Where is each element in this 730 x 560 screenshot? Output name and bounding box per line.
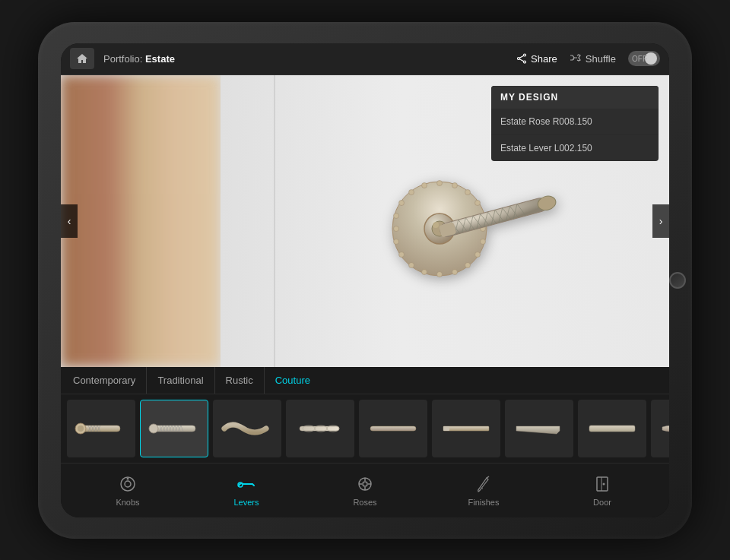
- svg-point-93: [363, 482, 367, 486]
- svg-point-25: [422, 182, 427, 188]
- shuffle-button[interactable]: Shuffle: [570, 53, 616, 65]
- svg-point-7: [452, 182, 458, 188]
- svg-point-18: [409, 262, 414, 267]
- top-bar-right: Share Shuffle OFF: [516, 51, 660, 66]
- thumb-item-4[interactable]: [286, 400, 354, 457]
- category-tabs: Contemporary Traditional Rustic Couture: [61, 367, 669, 394]
- thumb-handle-7: [513, 417, 566, 440]
- svg-line-3: [519, 55, 523, 58]
- svg-point-6: [437, 180, 443, 185]
- nav-roses[interactable]: Roses: [306, 473, 424, 507]
- door-icon: [592, 473, 613, 495]
- thumb-item-8[interactable]: [578, 400, 646, 457]
- top-bar: Portfolio: Estate Share: [61, 43, 669, 75]
- nav-finishes-label: Finishes: [468, 498, 500, 507]
- tablet-device: Portfolio: Estate Share: [38, 22, 692, 539]
- rose-icon: [354, 473, 376, 495]
- svg-point-90: [127, 478, 129, 480]
- thumb-item-9[interactable]: [651, 400, 669, 457]
- shuffle-icon: [570, 54, 582, 63]
- thumb-handle-2: [148, 417, 201, 440]
- share-button[interactable]: Share: [516, 53, 557, 65]
- tab-traditional[interactable]: Traditional: [147, 367, 214, 394]
- nav-levers-label: Levers: [233, 498, 259, 507]
- tab-contemporary[interactable]: Contemporary: [73, 367, 147, 394]
- thumb-item-2[interactable]: [140, 400, 208, 457]
- home-icon: [76, 53, 88, 64]
- svg-point-15: [452, 269, 458, 274]
- svg-line-98: [487, 476, 489, 478]
- nav-finishes[interactable]: Finishes: [424, 473, 543, 507]
- lever-icon: [236, 473, 257, 495]
- thumb-handle-3: [221, 417, 274, 440]
- svg-point-53: [78, 426, 84, 432]
- svg-line-4: [519, 59, 523, 62]
- main-image-area: ‹ › MY DESIGN Estate Rose R008.150 Estat…: [61, 75, 669, 367]
- bottom-nav: Knobs Levers: [61, 463, 669, 517]
- svg-point-12: [481, 239, 486, 244]
- svg-point-19: [399, 252, 405, 257]
- my-design-item-rose[interactable]: Estate Rose R008.150: [491, 109, 659, 135]
- svg-rect-83: [370, 426, 416, 431]
- nav-knobs-label: Knobs: [116, 498, 139, 507]
- svg-rect-79: [300, 426, 339, 431]
- my-design-panel: MY DESIGN Estate Rose R008.150 Estate Le…: [491, 86, 659, 161]
- portfolio-label: Portfolio: Estate: [103, 53, 507, 65]
- finish-icon: [473, 473, 494, 495]
- svg-point-1: [524, 61, 526, 63]
- thumb-handle-6: [440, 417, 493, 440]
- home-button[interactable]: [70, 48, 94, 69]
- my-design-item-lever[interactable]: Estate Lever L002.150: [491, 135, 659, 161]
- svg-point-24: [409, 189, 414, 195]
- knob-icon: [117, 473, 138, 495]
- svg-point-101: [603, 483, 605, 486]
- tablet-screen: Portfolio: Estate Share: [61, 43, 669, 517]
- nav-door-label: Door: [593, 498, 611, 507]
- next-arrow[interactable]: ›: [652, 204, 669, 238]
- svg-point-17: [422, 269, 427, 274]
- svg-rect-85: [443, 426, 449, 431]
- tab-couture[interactable]: Couture: [265, 367, 321, 394]
- toggle-container: OFF: [628, 51, 660, 66]
- svg-point-9: [475, 200, 481, 205]
- my-design-header: MY DESIGN: [491, 86, 659, 109]
- thumb-item-3[interactable]: [213, 400, 281, 457]
- svg-point-89: [125, 481, 131, 487]
- toggle-switch[interactable]: OFF: [628, 51, 660, 66]
- thumb-item-7[interactable]: [505, 400, 573, 457]
- nav-knobs[interactable]: Knobs: [68, 473, 187, 507]
- svg-point-28: [433, 222, 439, 228]
- tab-rustic[interactable]: Rustic: [215, 367, 265, 394]
- svg-point-63: [149, 424, 158, 433]
- thumb-item-1[interactable]: [67, 400, 135, 457]
- svg-point-8: [465, 189, 471, 195]
- prev-arrow[interactable]: ‹: [61, 204, 78, 238]
- svg-point-21: [394, 226, 399, 231]
- thumb-handle-4: [294, 417, 347, 440]
- svg-point-13: [475, 252, 481, 257]
- nav-door[interactable]: Door: [543, 473, 662, 507]
- thumbnail-strip: [61, 394, 669, 463]
- svg-point-20: [394, 239, 399, 244]
- share-icon: [516, 53, 527, 64]
- svg-rect-99: [597, 477, 608, 491]
- svg-point-23: [399, 200, 405, 205]
- svg-point-16: [437, 271, 443, 277]
- app-screen: Portfolio: Estate Share: [61, 43, 669, 517]
- thumb-handle-9: [659, 417, 669, 440]
- thumb-item-5[interactable]: [359, 400, 427, 457]
- thumb-handle-1: [75, 417, 128, 440]
- thumb-handle-5: [367, 417, 420, 440]
- svg-point-22: [394, 213, 399, 218]
- svg-point-14: [465, 262, 471, 267]
- background-scene: [61, 75, 221, 367]
- wall-edge: [274, 75, 275, 367]
- nav-roses-label: Roses: [353, 498, 376, 507]
- svg-point-0: [524, 54, 526, 56]
- thumb-item-6[interactable]: [432, 400, 500, 457]
- svg-rect-84: [443, 426, 489, 431]
- tablet-home-button[interactable]: [669, 272, 686, 289]
- nav-levers[interactable]: Levers: [187, 473, 306, 507]
- svg-point-2: [518, 58, 520, 60]
- thumb-handle-8: [586, 417, 639, 440]
